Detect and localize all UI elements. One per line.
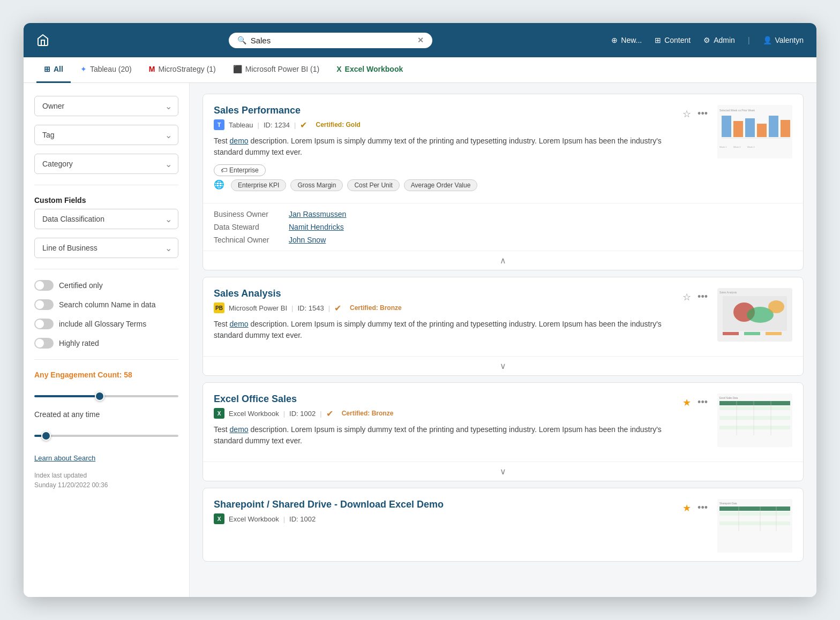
data-steward-value[interactable]: Namit Hendricks (289, 223, 792, 231)
card-title-4[interactable]: Sharepoint / Shared Drive - Download Exc… (214, 499, 673, 510)
owner-filter[interactable]: Owner (34, 96, 178, 116)
card-actions-2: ☆ ••• (681, 288, 709, 347)
content-button[interactable]: ⊞ Content (655, 36, 691, 44)
user-menu-button[interactable]: 👤 Valentyn (763, 36, 804, 44)
card-title-1[interactable]: Sales Performance (214, 105, 673, 116)
sidebar-divider-2 (34, 269, 178, 269)
tab-powerbi[interactable]: ⬛ Microsoft Power BI (1) (226, 57, 327, 83)
svg-text:Week 1: Week 1 (719, 146, 727, 148)
topbar: 🔍 Sales ✕ ⊕ New... ⊞ Content ⚙ Admin | 👤… (24, 23, 816, 57)
star-button-4[interactable]: ★ (681, 501, 692, 515)
svg-rect-20 (766, 332, 782, 335)
glossary-terms-toggle[interactable] (34, 319, 54, 329)
card-actions-4: ★ ••• (681, 499, 709, 553)
tab-excel[interactable]: X Excel Workbook (329, 57, 410, 83)
created-slider[interactable] (34, 435, 178, 437)
svg-rect-23 (719, 401, 790, 405)
gear-icon: ⚙ (703, 36, 710, 44)
more-button-2[interactable]: ••• (696, 290, 709, 304)
owner-select[interactable]: Owner (34, 96, 178, 116)
collapse-button-1[interactable]: ∧ (203, 251, 803, 270)
tag-chip-enterprise[interactable]: 🏷 Enterprise (214, 164, 266, 176)
technical-owner-label: Technical Owner (214, 236, 289, 244)
technical-owner-value[interactable]: John Snow (289, 236, 792, 244)
card-main-2: Sales Analysis PB Microsoft Power BI | I… (203, 277, 803, 356)
engagement-value: 58 (124, 371, 132, 379)
engagement-slider-wrap (34, 388, 178, 402)
cat-gross-margin[interactable]: Gross Margin (290, 179, 343, 191)
globe-icon: 🌐 (214, 179, 224, 191)
engagement-slider[interactable] (34, 395, 178, 397)
card-thumbnail-3: Excel Sales Data (717, 394, 792, 447)
card-main-1: Sales Performance T Tableau | ID: 1234 |… (203, 94, 803, 203)
search-col-name-toggle[interactable] (34, 299, 54, 310)
tags-row-1: 🏷 Enterprise (214, 164, 673, 176)
svg-rect-25 (719, 411, 790, 415)
admin-button[interactable]: ⚙ Admin (703, 36, 735, 44)
data-classification-filter[interactable]: Data Classification (34, 209, 178, 229)
line-of-business-select[interactable]: Line of Business (34, 238, 178, 258)
cat-cost-per-unit[interactable]: Cost Per Unit (347, 179, 399, 191)
highly-rated-toggle[interactable] (34, 338, 54, 349)
glossary-terms-label: include all Glossary Terms (59, 320, 146, 328)
microstrategy-icon: M (149, 65, 155, 73)
results-area: Sales Performance T Tableau | ID: 1234 |… (190, 83, 816, 597)
plus-icon: ⊕ (611, 36, 618, 44)
star-button-3[interactable]: ★ (681, 396, 692, 410)
tag-select[interactable]: Tag (34, 125, 178, 145)
tabbar: ⊞ All ✦ Tableau (20) M MicroStrategy (1)… (24, 57, 816, 83)
grid-icon: ⊞ (44, 65, 50, 73)
certified-only-label: Certified only (59, 281, 103, 290)
data-steward-label: Data Steward (214, 223, 289, 231)
card-desc-2: Test demo description. Lorem Ipsum is si… (214, 319, 673, 341)
created-slider-wrap (34, 427, 178, 441)
tab-tableau[interactable]: ✦ Tableau (20) (73, 57, 139, 83)
tab-microstrategy[interactable]: M MicroStrategy (1) (141, 57, 223, 83)
cat-average-order-value[interactable]: Average Order Value (404, 179, 478, 191)
tab-all[interactable]: ⊞ All (36, 57, 71, 83)
business-owner-value[interactable]: Jan Rassmussen (289, 210, 792, 218)
svg-rect-24 (719, 406, 790, 410)
demo-link-3[interactable]: demo (230, 425, 249, 434)
expand-button-3[interactable]: ∨ (203, 462, 803, 481)
certified-only-toggle[interactable] (34, 280, 54, 291)
demo-link-1[interactable]: demo (230, 137, 249, 145)
card-thumbnail-4: Sharepoint Data (717, 499, 792, 553)
excel-source-icon-3: X (214, 408, 224, 419)
glossary-terms-row: include all Glossary Terms (34, 319, 178, 329)
category-select[interactable]: Category (34, 154, 178, 174)
svg-rect-4 (745, 118, 755, 137)
cat-enterprise-kpi[interactable]: Enterprise KPI (231, 179, 286, 191)
svg-rect-28 (719, 426, 790, 429)
card-title-2[interactable]: Sales Analysis (214, 288, 673, 299)
demo-link-2[interactable]: demo (230, 320, 249, 328)
engagement-count-label: Any Engagement Count: 58 (34, 371, 178, 379)
powerbi-icon: ⬛ (233, 65, 242, 73)
search-clear-button[interactable]: ✕ (417, 36, 424, 44)
home-icon[interactable] (36, 34, 49, 47)
tag-filter[interactable]: Tag (34, 125, 178, 145)
category-filter[interactable]: Category (34, 154, 178, 174)
app-window: 🔍 Sales ✕ ⊕ New... ⊞ Content ⚙ Admin | 👤… (24, 23, 816, 597)
topbar-actions: ⊕ New... ⊞ Content ⚙ Admin | 👤 Valentyn (611, 36, 804, 44)
data-classification-select[interactable]: Data Classification (34, 209, 178, 229)
new-button[interactable]: ⊕ New... (611, 36, 642, 44)
chevron-down-icon-3: ∨ (500, 466, 506, 477)
card-title-3[interactable]: Excel Office Sales (214, 394, 673, 405)
svg-text:Week 3: Week 3 (747, 146, 755, 148)
svg-rect-29 (719, 430, 790, 434)
card-content-2: Sales Analysis PB Microsoft Power BI | I… (214, 288, 673, 347)
more-button-4[interactable]: ••• (696, 501, 709, 515)
index-note: Index last updated Sunday 11/20/2022 00:… (34, 471, 178, 490)
star-button-2[interactable]: ☆ (681, 290, 692, 304)
star-button-1[interactable]: ☆ (681, 107, 692, 121)
search-icon: 🔍 (237, 36, 246, 44)
learn-about-search-link[interactable]: Learn about Search (34, 454, 178, 462)
svg-rect-3 (733, 121, 743, 137)
expand-button-2[interactable]: ∨ (203, 356, 803, 375)
more-button-1[interactable]: ••• (696, 107, 709, 120)
search-input[interactable]: Sales (251, 36, 413, 45)
line-of-business-filter[interactable]: Line of Business (34, 238, 178, 258)
cert-badge-2: Certified: Bronze (346, 303, 406, 313)
more-button-3[interactable]: ••• (696, 396, 709, 409)
